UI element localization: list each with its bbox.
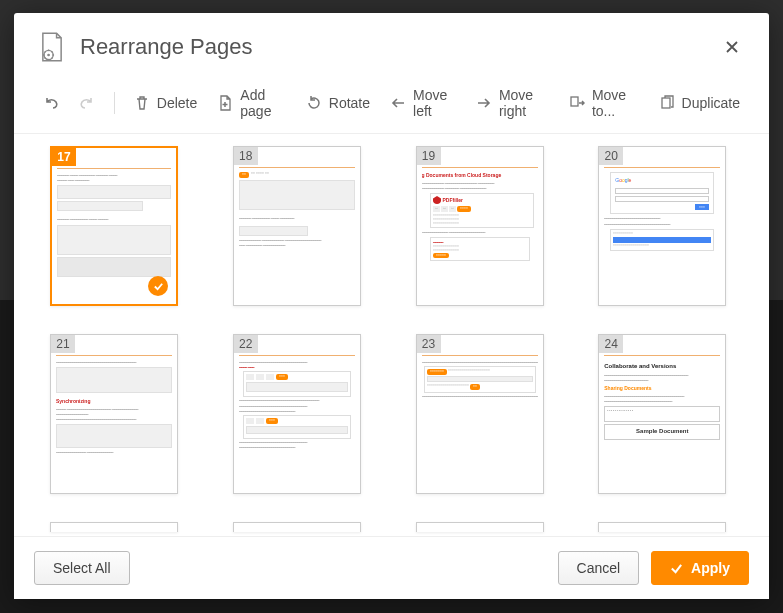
page-thumbnail-peek[interactable]: [233, 522, 361, 532]
page-number-badge: 18: [234, 147, 258, 165]
page-thumbnail-peek[interactable]: [50, 522, 178, 532]
page-thumbnail[interactable]: 24 Collaborate and Versions ━━━━━━━━━━━━…: [598, 334, 726, 494]
select-all-label: Select All: [53, 560, 111, 576]
selected-check-icon: [148, 276, 168, 296]
thumb-preview: ━━━━ ━━ ━━ ━━ ━━━━━━ ━━━━━━━━━ ━━━━ ━━━━…: [239, 167, 355, 300]
pages-scroll-area[interactable]: 17 ━━━━━━ ━━━━ ━━━━━━━━ ━━━━━━ ━━━━━━━━━…: [14, 133, 769, 536]
rotate-label: Rotate: [329, 95, 370, 111]
svg-line-8: [51, 51, 52, 52]
page-thumbnail[interactable]: 21 ━━━━━━━━━━━━━━━━━━━━━━━━━━━━━━━━━━━━━…: [50, 334, 178, 494]
duplicate-label: Duplicate: [682, 95, 740, 111]
move-to-button[interactable]: Move to...: [562, 83, 646, 123]
page-number-badge: 21: [51, 335, 75, 353]
rearrange-pages-modal: Rearrange Pages Delete Add page: [14, 13, 769, 599]
move-left-button[interactable]: Move left: [383, 83, 463, 123]
page-thumbnail[interactable]: 23 ━━━━━━━━━━━━━━━━━━━━━━━━━━━━━━━━━━━━━…: [416, 334, 544, 494]
page-thumbnail[interactable]: 19 g Documents from Cloud Storage ━━━━━━…: [416, 146, 544, 306]
pages-grid: 17 ━━━━━━ ━━━━ ━━━━━━━━ ━━━━━━ ━━━━━━━━━…: [50, 146, 733, 494]
check-icon: [670, 562, 683, 575]
cancel-button[interactable]: Cancel: [558, 551, 640, 585]
next-row-peek: [50, 522, 733, 532]
rotate-icon: [306, 95, 322, 111]
cancel-label: Cancel: [577, 560, 621, 576]
add-page-label: Add page: [240, 87, 285, 119]
thumb-preview: ━━━━━━━━━━━━━━━━━━━━━━━━━━━━━━━━━━━━━━━━…: [422, 355, 538, 488]
svg-line-6: [45, 51, 46, 52]
svg-rect-10: [571, 97, 578, 106]
arrow-left-icon: [390, 95, 406, 111]
page-number-badge: 20: [599, 147, 623, 165]
redo-button[interactable]: [72, 91, 102, 115]
thumb-preview: ━━━━━━━━━━━━━━━━━━━━━━━━━━━━━━━━━━ ━━━━ …: [239, 355, 355, 488]
arrow-right-icon: [476, 95, 492, 111]
toolbar-separator: [114, 92, 115, 114]
delete-button[interactable]: Delete: [127, 91, 204, 115]
rotate-button[interactable]: Rotate: [299, 91, 377, 115]
move-right-button[interactable]: Move right: [469, 83, 556, 123]
add-page-icon: [217, 95, 233, 111]
move-left-label: Move left: [413, 87, 456, 119]
thumb-preview: g Documents from Cloud Storage ━━━━━━━━━…: [422, 167, 538, 300]
page-number-badge: 19: [417, 147, 441, 165]
page-thumbnail[interactable]: 20 Google ━━━ ━━━━━━━━━━━━━━━━━━━━━━━━━━…: [598, 146, 726, 306]
page-thumbnail[interactable]: 22 ━━━━━━━━━━━━━━━━━━━━━━━━━━━━━━━━━━ ━━…: [233, 334, 361, 494]
page-thumbnail[interactable]: 18 ━━━━ ━━ ━━ ━━ ━━━━━━ ━━━━━━━━━ ━━━━ ━…: [233, 146, 361, 306]
select-all-button[interactable]: Select All: [34, 551, 130, 585]
trash-icon: [134, 95, 150, 111]
move-to-label: Move to...: [592, 87, 639, 119]
modal-header: Rearrange Pages: [14, 13, 769, 77]
modal-footer: Select All Cancel Apply: [14, 536, 769, 599]
svg-line-7: [51, 58, 52, 59]
page-thumbnail[interactable]: 17 ━━━━━━ ━━━━ ━━━━━━━━ ━━━━━━ ━━━━━━━━━…: [50, 146, 178, 306]
svg-point-1: [47, 54, 50, 57]
move-to-icon: [569, 95, 585, 111]
page-thumbnail-peek[interactable]: [416, 522, 544, 532]
svg-rect-11: [662, 98, 670, 108]
close-button[interactable]: [719, 36, 745, 58]
page-number-badge: 22: [234, 335, 258, 353]
undo-icon: [43, 95, 59, 111]
delete-label: Delete: [157, 95, 197, 111]
svg-line-9: [45, 58, 46, 59]
modal-title: Rearrange Pages: [80, 34, 719, 60]
thumb-preview: Google ━━━ ━━━━━━━━━━━━━━━━━━━━━━━━━━━━━…: [604, 167, 720, 300]
move-right-label: Move right: [499, 87, 549, 119]
page-number-badge: 17: [52, 148, 76, 166]
page-number-badge: 23: [417, 335, 441, 353]
document-gear-icon: [38, 31, 66, 63]
page-thumbnail-peek[interactable]: [598, 522, 726, 532]
undo-button[interactable]: [36, 91, 66, 115]
page-number-badge: 24: [599, 335, 623, 353]
redo-icon: [79, 95, 95, 111]
thumb-preview: ━━━━━━━━━━━━━━━━━━━━━━━━━━━━━━━━━━━━━━━━…: [56, 355, 172, 488]
toolbar: Delete Add page Rotate Move left Move ri…: [14, 77, 769, 133]
apply-button[interactable]: Apply: [651, 551, 749, 585]
duplicate-button[interactable]: Duplicate: [652, 91, 747, 115]
apply-label: Apply: [691, 560, 730, 576]
thumb-preview: Collaborate and Versions ━━━━━━━━━━━━━━━…: [604, 355, 720, 488]
add-page-button[interactable]: Add page: [210, 83, 292, 123]
duplicate-icon: [659, 95, 675, 111]
